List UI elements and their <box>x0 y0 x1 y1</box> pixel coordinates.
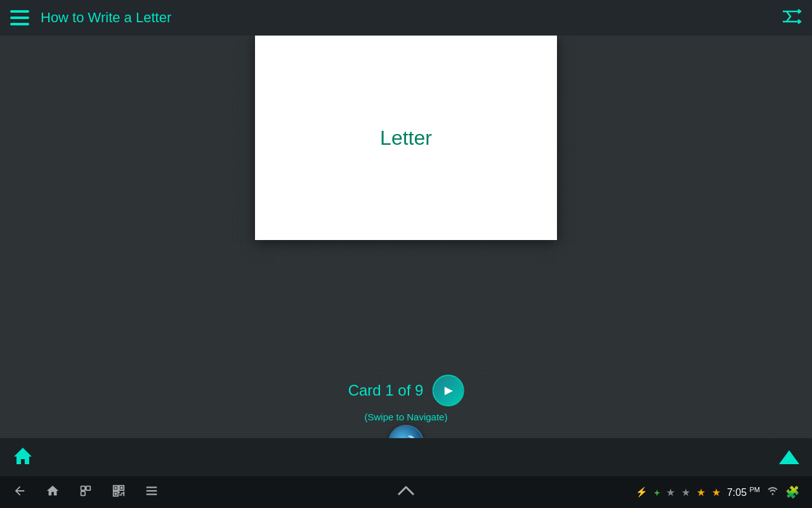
charging-icon: + <box>654 487 660 498</box>
bottom-action-bar <box>0 438 812 476</box>
card-content: Letter <box>380 126 432 150</box>
sys-home-button[interactable] <box>46 484 60 501</box>
svg-rect-7 <box>115 486 117 489</box>
svg-rect-4 <box>86 486 90 490</box>
svg-marker-2 <box>14 448 32 464</box>
svg-point-21 <box>772 493 774 495</box>
next-card-button[interactable]: ► <box>432 375 464 406</box>
back-button[interactable] <box>13 484 27 501</box>
sys-center-button[interactable] <box>397 485 415 500</box>
svg-rect-5 <box>81 491 85 495</box>
time-period: PM <box>750 486 761 493</box>
svg-rect-9 <box>121 486 123 489</box>
svg-rect-3 <box>81 486 85 490</box>
home-icon <box>13 445 33 465</box>
wifi-icon <box>766 486 779 498</box>
shuffle-icon <box>782 8 802 25</box>
card-navigation: Card 1 of 9 ► (Swipe to Navigate) <box>348 375 464 422</box>
qr-button[interactable] <box>112 484 126 501</box>
scroll-up-button[interactable] <box>779 450 799 464</box>
home-button[interactable] <box>13 445 33 470</box>
star-3-icon: ★ <box>697 486 705 498</box>
star-2-icon: ★ <box>681 486 690 498</box>
system-time: 7:05 PM <box>727 486 760 498</box>
sys-menu-icon <box>145 484 159 498</box>
card-nav-row: Card 1 of 9 ► <box>348 375 464 406</box>
recents-button[interactable] <box>79 484 93 501</box>
recents-icon <box>79 484 93 498</box>
qr-icon <box>112 484 126 498</box>
swipe-hint: (Swipe to Navigate) <box>365 411 448 422</box>
time-value: 7:05 <box>727 487 747 498</box>
notification-icon: 🧩 <box>785 485 799 499</box>
back-icon <box>13 484 27 498</box>
top-bar: How to Write a Letter <box>0 0 812 36</box>
sys-home-icon <box>46 484 60 498</box>
usb-icon: ⚡ <box>636 486 648 498</box>
shuffle-button[interactable] <box>782 8 802 28</box>
sys-up-icon <box>397 485 415 497</box>
star-1-icon: ★ <box>666 486 675 498</box>
app-title: How to Write a Letter <box>41 10 782 26</box>
next-arrow-icon: ► <box>442 384 455 398</box>
hamburger-menu-icon[interactable] <box>10 10 29 25</box>
system-status-area: ⚡ + ★ ★ ★ ★ 7:05 PM 🧩 <box>636 485 799 499</box>
system-nav-left <box>13 484 159 501</box>
star-4-icon: ★ <box>712 486 721 498</box>
flashcard[interactable]: Letter <box>255 36 557 240</box>
sys-menu-button[interactable] <box>145 484 159 501</box>
card-counter: Card 1 of 9 <box>348 382 424 399</box>
svg-rect-11 <box>115 492 117 495</box>
system-navigation-bar: ⚡ + ★ ★ ★ ★ 7:05 PM 🧩 <box>0 476 812 508</box>
